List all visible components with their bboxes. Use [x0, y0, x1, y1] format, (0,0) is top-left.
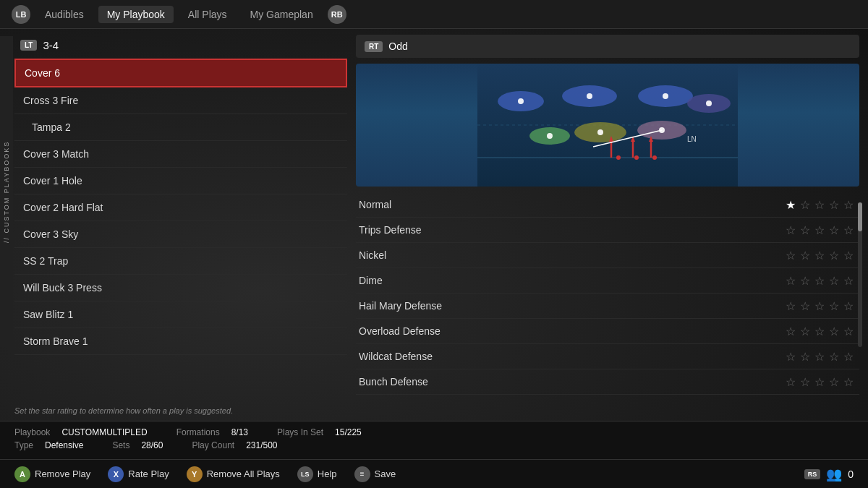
stat-playbook: Playbook CUSTOMMULTIPLED [14, 427, 148, 437]
stars-nickel[interactable]: ☆ ☆ ☆ ☆ ☆ [786, 249, 856, 262]
formation-name: 3-4 [43, 39, 59, 51]
stat-playbook-label: Playbook [14, 427, 50, 437]
corner-count: 0 [848, 468, 854, 480]
field-diagram: LN [356, 64, 859, 187]
svg-text:LN: LN [687, 135, 697, 143]
play-item-cover3match[interactable]: Cover 3 Match [14, 141, 347, 168]
svg-point-12 [663, 93, 668, 99]
svg-point-11 [587, 93, 592, 99]
play-item-cross3fire[interactable]: Cross 3 Fire [14, 87, 347, 114]
rating-row-hailmary: Hail Mary Defense ☆ ☆ ☆ ☆ ☆ [356, 294, 859, 319]
star-2[interactable]: ☆ [800, 198, 813, 211]
play-item-cover1hole[interactable]: Cover 1 Hole [14, 168, 347, 194]
action-remove-all-label: Remove All Plays [207, 468, 280, 479]
stars-wildcat[interactable]: ☆ ☆ ☆ ☆ ☆ [786, 350, 856, 363]
rb-button[interactable]: RB [328, 5, 346, 24]
formation-header: LT 3-4 [14, 35, 347, 56]
star-3[interactable]: ☆ [814, 198, 827, 211]
svg-point-14 [547, 133, 553, 139]
stat-play-count-label: Play Count [192, 440, 234, 450]
star-1[interactable]: ★ [786, 198, 799, 211]
stat-playbook-value: CUSTOMMULTIPLED [61, 427, 147, 437]
play-item-cover2hardflat[interactable]: Cover 2 Hard Flat [14, 194, 347, 221]
lt-badge: LT [20, 40, 37, 51]
stat-plays-in-set-value: 15/225 [335, 427, 362, 437]
svg-point-10 [518, 98, 524, 104]
btn-ls-icon: LS [297, 466, 313, 482]
stat-sets-value: 28/60 [141, 440, 163, 450]
rating-label-wildcat: Wildcat Defense [359, 351, 433, 362]
stat-plays-in-set: Plays In Set 15/225 [277, 427, 362, 437]
stars-hailmary[interactable]: ☆ ☆ ☆ ☆ ☆ [786, 299, 856, 312]
stars-overload[interactable]: ☆ ☆ ☆ ☆ ☆ [786, 325, 856, 338]
stat-type-value: Defensive [45, 440, 83, 450]
top-nav: LB Audibles My Playbook All Plays My Gam… [0, 0, 868, 29]
rating-label-nickel: Nickel [359, 249, 386, 261]
formation-ratings: Normal ★ ☆ ☆ ☆ ☆ Trips Defense ☆ ☆ [356, 192, 859, 395]
stat-play-count-value: 231/500 [246, 440, 277, 450]
field-name: Odd [388, 40, 407, 52]
lb-button[interactable]: LB [12, 5, 30, 24]
scrollbar-thumb[interactable] [858, 202, 862, 231]
stat-type: Type Defensive [14, 440, 83, 450]
stats-row-2: Type Defensive Sets 28/60 Play Count 231… [14, 440, 854, 450]
play-item-tampa2[interactable]: Tampa 2 [14, 114, 347, 141]
play-item-stormbrave1[interactable]: Storm Brave 1 [14, 328, 347, 355]
stats-row-1: Playbook CUSTOMMULTIPLED Formations 8/13… [14, 427, 854, 437]
nav-audibles[interactable]: Audibles [36, 6, 93, 23]
play-item-ss2trap[interactable]: SS 2 Trap [14, 248, 347, 275]
action-remove-play-label: Remove Play [35, 468, 90, 479]
rating-row-nickel: Nickel ☆ ☆ ☆ ☆ ☆ [356, 243, 859, 268]
btn-eq-icon: ≡ [354, 466, 370, 482]
stat-sets: Sets 28/60 [112, 440, 163, 450]
scrollbar[interactable] [858, 202, 862, 347]
play-item-willbuck3press[interactable]: Will Buck 3 Press [14, 275, 347, 301]
star-5[interactable]: ☆ [843, 198, 856, 211]
stars-bunch[interactable]: ☆ ☆ ☆ ☆ ☆ [786, 375, 856, 388]
svg-point-24 [616, 155, 621, 160]
action-remove-play[interactable]: A Remove Play [14, 466, 90, 482]
btn-y-icon: Y [187, 466, 203, 482]
action-help[interactable]: LS Help [297, 466, 337, 482]
svg-point-25 [634, 155, 639, 160]
bottom-nav: A Remove Play X Rate Play Y Remove All P… [0, 459, 868, 488]
btn-x-icon: X [108, 466, 124, 482]
play-item-sawblitz1[interactable]: Saw Blitz 1 [14, 301, 347, 328]
action-save[interactable]: ≡ Save [354, 466, 396, 482]
rs-badge: RS [804, 469, 821, 479]
stat-sets-label: Sets [112, 440, 129, 450]
rating-label-hailmary: Hail Mary Defense [359, 300, 442, 312]
nav-all-plays[interactable]: All Plays [179, 6, 236, 23]
rating-label-dime: Dime [359, 275, 383, 286]
rating-label-bunch: Bunch Defense [359, 376, 428, 388]
rt-badge: RT [365, 41, 383, 52]
action-remove-all[interactable]: Y Remove All Plays [187, 466, 280, 482]
rt-header: RT Odd [356, 35, 859, 58]
stars-dime[interactable]: ☆ ☆ ☆ ☆ ☆ [786, 274, 856, 287]
svg-point-26 [652, 155, 657, 160]
plays-list: Cover 6 Cross 3 Fire Tampa 2 Cover 3 Mat… [14, 59, 347, 395]
play-item-cover6[interactable]: Cover 6 [14, 59, 347, 87]
stars-normal[interactable]: ★ ☆ ☆ ☆ ☆ [786, 198, 856, 211]
stars-trips[interactable]: ☆ ☆ ☆ ☆ ☆ [786, 223, 856, 236]
rating-label-overload: Overload Defense [359, 325, 441, 337]
stat-play-count: Play Count 231/500 [192, 440, 277, 450]
play-item-cover3sky[interactable]: Cover 3 Sky [14, 221, 347, 248]
right-panel: RT Odd [347, 29, 868, 401]
star-4[interactable]: ☆ [829, 198, 842, 211]
main-content: LT 3-4 Cover 6 Cross 3 Fire Tampa 2 Cove… [0, 29, 868, 401]
nav-my-gameplan[interactable]: My Gameplan [242, 6, 322, 23]
stat-type-label: Type [14, 440, 33, 450]
nav-my-playbook[interactable]: My Playbook [98, 6, 174, 23]
rating-row-wildcat: Wildcat Defense ☆ ☆ ☆ ☆ ☆ [356, 344, 859, 369]
rating-label-normal: Normal [359, 199, 391, 210]
action-rate-play[interactable]: X Rate Play [108, 466, 169, 482]
sidebar-label: // CUSTOM PLAYBOOKS [0, 36, 13, 347]
svg-point-15 [597, 129, 603, 135]
right-corner: RS 👥 0 [804, 466, 854, 482]
action-save-label: Save [375, 468, 396, 479]
stat-formations-label: Formations [176, 427, 220, 437]
btn-a-icon: A [14, 466, 30, 482]
action-help-label: Help [318, 468, 337, 479]
rating-row-overload: Overload Defense ☆ ☆ ☆ ☆ ☆ [356, 319, 859, 344]
